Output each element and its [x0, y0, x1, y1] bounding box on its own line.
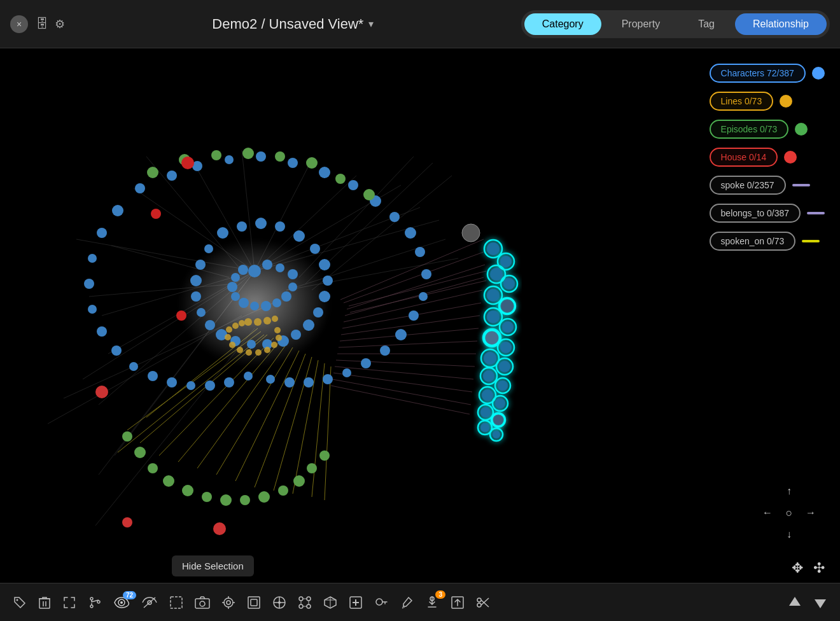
export-tool[interactable] — [451, 596, 465, 610]
svg-point-118 — [248, 265, 261, 277]
close-button[interactable]: × — [10, 15, 28, 33]
svg-point-114 — [191, 291, 201, 302]
legend-belongs-to[interactable]: belongs_to 0/387 — [710, 204, 825, 223]
svg-point-130 — [231, 273, 240, 282]
spoke-badge[interactable]: spoke 0/2357 — [710, 176, 786, 195]
pin-tool[interactable]: 3 — [425, 596, 439, 610]
svg-point-106 — [291, 330, 301, 340]
nav-right[interactable]: → — [801, 503, 821, 523]
legend-characters[interactable]: Characters 72/387 — [710, 64, 825, 83]
branch-tool[interactable] — [88, 596, 102, 610]
svg-point-260 — [376, 599, 382, 605]
svg-point-215 — [493, 431, 500, 438]
legend-spoke[interactable]: spoke 0/2357 — [710, 176, 825, 195]
svg-point-197 — [500, 256, 512, 267]
svg-point-109 — [247, 340, 256, 349]
transform-controls: ✥ ✣ — [792, 560, 825, 576]
svg-point-129 — [227, 282, 237, 292]
dropdown-chevron[interactable]: ▾ — [368, 18, 374, 30]
svg-point-119 — [262, 260, 272, 270]
svg-point-152 — [319, 450, 330, 461]
tab-category[interactable]: Category — [524, 13, 601, 35]
svg-point-248 — [307, 597, 311, 601]
hide-tool[interactable]: 72 — [113, 596, 130, 609]
svg-point-222 — [17, 599, 18, 601]
svg-point-120 — [276, 263, 284, 272]
nav-left[interactable]: ← — [757, 503, 778, 523]
svg-point-74 — [395, 329, 407, 340]
house-badge[interactable]: House 0/14 — [710, 148, 778, 167]
move-nodes-tool[interactable] — [298, 596, 312, 610]
legend-house[interactable]: House 0/14 — [710, 148, 825, 167]
svg-point-174 — [276, 335, 282, 341]
svg-point-136 — [275, 151, 285, 162]
svg-point-82 — [97, 228, 107, 238]
svg-point-165 — [232, 323, 239, 329]
svg-point-154 — [181, 157, 194, 169]
svg-point-210 — [482, 389, 493, 401]
episodes-badge[interactable]: Episodes 0/73 — [710, 120, 789, 139]
select-box-tool[interactable] — [169, 596, 183, 610]
svg-point-134 — [211, 150, 221, 160]
project-title: Demo2 / Unsaved View* ▾ — [65, 16, 521, 32]
svg-point-80 — [284, 377, 295, 387]
svg-point-127 — [239, 298, 249, 308]
legend-panel: Characters 72/387 Lines 0/73 Episodes 0/… — [710, 64, 825, 251]
svg-point-112 — [205, 320, 215, 330]
nav-center[interactable]: ○ — [779, 503, 799, 523]
tab-relationship[interactable]: Relationship — [735, 13, 827, 35]
brush-tool[interactable] — [400, 596, 414, 610]
svg-rect-241 — [248, 597, 260, 608]
legend-lines[interactable]: Lines 0/73 — [710, 92, 825, 111]
target-tool[interactable] — [221, 596, 235, 610]
svg-point-172 — [264, 347, 270, 353]
key-tool[interactable] — [374, 596, 388, 610]
characters-badge[interactable]: Characters 72/387 — [710, 64, 806, 83]
camera-tool[interactable] — [195, 596, 210, 609]
svg-point-247 — [299, 597, 303, 601]
svg-point-250 — [307, 604, 311, 608]
expand-tool[interactable] — [62, 596, 76, 610]
svg-point-81 — [266, 375, 275, 384]
lines-dot — [780, 95, 792, 108]
svg-point-137 — [306, 157, 318, 169]
svg-point-117 — [204, 244, 213, 253]
add-node-tool[interactable] — [349, 596, 363, 610]
legend-episodes[interactable]: Episodes 0/73 — [710, 120, 825, 139]
svg-point-202 — [487, 310, 500, 323]
svg-point-227 — [90, 605, 93, 608]
nav-down[interactable]: ↓ — [779, 524, 799, 545]
move-transform-button[interactable]: ✥ — [792, 560, 803, 576]
cube-tool[interactable] — [323, 596, 337, 610]
settings-icon[interactable]: ⚙ — [55, 17, 65, 31]
spoken-on-badge[interactable]: spoken_on 0/73 — [710, 232, 796, 251]
scissors-tool[interactable] — [476, 596, 490, 610]
upload-tool[interactable] — [788, 596, 802, 610]
svg-point-144 — [240, 495, 250, 505]
legend-spoken-on[interactable]: spoken_on 0/73 — [710, 232, 825, 251]
svg-point-147 — [293, 475, 305, 487]
svg-point-84 — [84, 279, 94, 289]
download-tool[interactable] — [813, 596, 827, 610]
svg-point-205 — [500, 342, 512, 353]
svg-point-94 — [244, 372, 253, 380]
tag-tool[interactable] — [13, 596, 27, 610]
tab-tag[interactable]: Tag — [680, 13, 732, 35]
svg-point-78 — [323, 374, 333, 384]
svg-point-160 — [244, 318, 252, 326]
svg-line-15 — [349, 271, 486, 306]
eye-slash-tool[interactable] — [141, 596, 158, 609]
nav-up[interactable]: ↑ — [779, 481, 799, 501]
svg-point-113 — [197, 308, 206, 317]
rotate-transform-button[interactable]: ✣ — [813, 560, 825, 576]
svg-point-149 — [148, 463, 158, 473]
frame-tool[interactable] — [247, 596, 261, 610]
tab-property[interactable]: Property — [604, 13, 678, 35]
svg-point-207 — [499, 361, 510, 372]
pivot-tool[interactable] — [272, 596, 286, 610]
svg-point-66 — [348, 180, 358, 190]
delete-tool[interactable] — [38, 596, 51, 610]
lines-badge[interactable]: Lines 0/73 — [710, 92, 774, 111]
svg-point-155 — [213, 522, 226, 535]
belongs-to-badge[interactable]: belongs_to 0/387 — [710, 204, 801, 223]
